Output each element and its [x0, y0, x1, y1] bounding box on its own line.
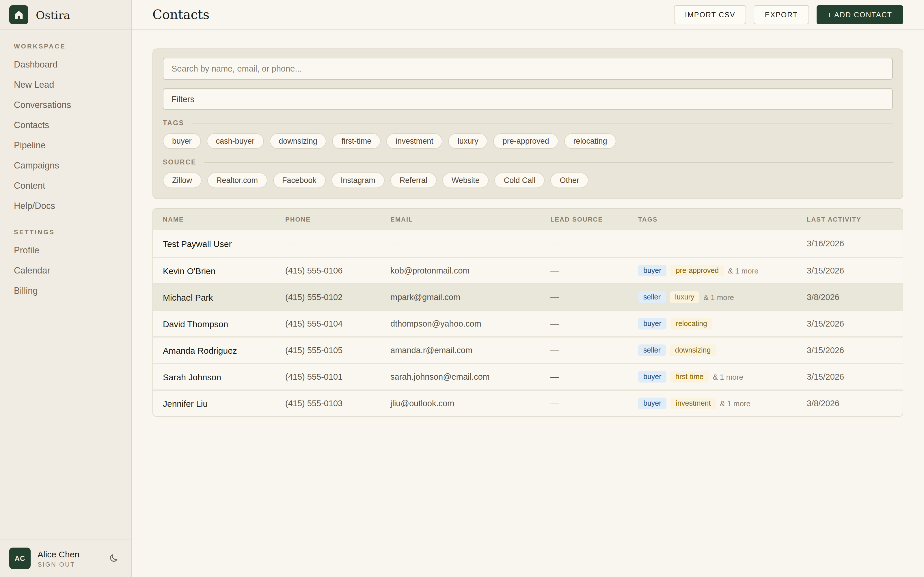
- cell-name: Sarah Johnson: [163, 372, 285, 382]
- cell-last-activity: 3/15/2026: [807, 346, 893, 355]
- user-name: Alice Chen: [37, 549, 102, 559]
- cell-email: jliu@outlook.com: [390, 399, 550, 408]
- cell-name: Kevin O'Brien: [163, 266, 285, 276]
- export-button[interactable]: EXPORT: [754, 5, 809, 24]
- cell-email: amanda.r@email.com: [390, 346, 550, 355]
- tag-chip-investment[interactable]: investment: [386, 133, 443, 149]
- add-contact-button[interactable]: + ADD CONTACT: [816, 5, 903, 24]
- source-chip-zillow[interactable]: Zillow: [163, 172, 201, 188]
- source-label: SOURCE: [163, 159, 196, 166]
- sidebar-item-billing[interactable]: Billing: [14, 285, 117, 296]
- cell-last-activity: 3/16/2026: [807, 239, 893, 248]
- cell-last-activity: 3/15/2026: [807, 372, 893, 381]
- tag-badge: buyer: [638, 398, 667, 409]
- cell-lead-source: —: [550, 399, 638, 408]
- table-row[interactable]: Jennifer Liu(415) 555-0103jliu@outlook.c…: [153, 390, 903, 416]
- table-row[interactable]: Sarah Johnson(415) 555-0101sarah.johnson…: [153, 363, 903, 390]
- source-chip-instagram[interactable]: Instagram: [331, 172, 384, 188]
- cell-last-activity: 3/8/2026: [807, 399, 893, 408]
- cell-lead-source: —: [550, 239, 638, 248]
- source-chip-facebook[interactable]: Facebook: [273, 172, 326, 188]
- page-header: Contacts IMPORT CSV EXPORT + ADD CONTACT: [132, 0, 924, 30]
- cell-phone: (415) 555-0103: [285, 399, 390, 408]
- sidebar-item-profile[interactable]: Profile: [14, 245, 117, 256]
- source-chip-referral[interactable]: Referral: [390, 172, 436, 188]
- cell-email: —: [390, 239, 550, 248]
- source-chip-cold-call[interactable]: Cold Call: [494, 172, 545, 188]
- cell-email: sarah.johnson@email.com: [390, 372, 550, 381]
- sidebar-item-dashboard[interactable]: Dashboard: [14, 60, 117, 70]
- nav-section-label: WORKSPACE: [14, 43, 117, 50]
- tag-badge: investment: [671, 398, 716, 409]
- filters-toggle[interactable]: Filters: [163, 88, 893, 110]
- cell-tags: buyerpre-approved& 1 more: [638, 265, 807, 276]
- tag-chip-first-time[interactable]: first-time: [332, 133, 381, 149]
- column-header: TAGS: [638, 216, 807, 223]
- sidebar-item-calendar[interactable]: Calendar: [14, 266, 117, 276]
- cell-lead-source: —: [550, 372, 638, 381]
- contacts-table: NAMEPHONEEMAILLEAD SOURCETAGSLAST ACTIVI…: [152, 208, 903, 417]
- content: Filters TAGS buyercash-buyerdownsizingfi…: [132, 30, 924, 417]
- source-filter-chips: ZillowRealtor.comFacebookInstagramReferr…: [163, 172, 893, 188]
- cell-name: Michael Park: [163, 292, 285, 302]
- source-chip-other[interactable]: Other: [550, 172, 588, 188]
- tag-chip-luxury[interactable]: luxury: [448, 133, 488, 149]
- moon-icon: [108, 553, 118, 563]
- nav-section-label: SETTINGS: [14, 229, 117, 235]
- sidebar-item-conversations[interactable]: Conversations: [14, 100, 117, 110]
- cell-phone: —: [285, 239, 390, 248]
- sign-out-button[interactable]: SIGN OUT: [37, 561, 102, 567]
- sidebar-item-contacts[interactable]: Contacts: [14, 120, 117, 131]
- table-body: Test Paywall User———3/16/2026Kevin O'Bri…: [153, 230, 903, 416]
- more-tags-label: & 1 more: [703, 293, 734, 301]
- sidebar-item-campaigns[interactable]: Campaigns: [14, 160, 117, 171]
- source-group-label: SOURCE: [163, 159, 893, 166]
- nav-section: WORKSPACEDashboardNew LeadConversationsC…: [14, 43, 117, 211]
- more-tags-label: & 1 more: [720, 399, 750, 408]
- sidebar-item-help-docs[interactable]: Help/Docs: [14, 201, 117, 211]
- tag-chip-cash-buyer[interactable]: cash-buyer: [207, 133, 264, 149]
- cell-tags: sellerdownsizing: [638, 345, 807, 356]
- cell-last-activity: 3/8/2026: [807, 293, 893, 302]
- cell-lead-source: —: [550, 319, 638, 328]
- sidebar-item-new-lead[interactable]: New Lead: [14, 80, 117, 90]
- cell-name: Jennifer Liu: [163, 398, 285, 408]
- more-tags-label: & 1 more: [712, 372, 743, 381]
- cell-tags: buyerinvestment& 1 more: [638, 398, 807, 409]
- table-row[interactable]: David Thompson(415) 555-0104dthompson@ya…: [153, 310, 903, 336]
- table-row[interactable]: Kevin O'Brien(415) 555-0106kob@protonmai…: [153, 257, 903, 283]
- source-chip-website[interactable]: Website: [443, 172, 489, 188]
- column-header: NAME: [163, 216, 285, 223]
- nav-section: SETTINGSProfileCalendarBilling: [14, 229, 117, 296]
- table-header: NAMEPHONEEMAILLEAD SOURCETAGSLAST ACTIVI…: [153, 209, 903, 230]
- page-title: Contacts: [152, 8, 209, 22]
- column-header: LEAD SOURCE: [550, 216, 638, 223]
- source-chip-realtor-com[interactable]: Realtor.com: [207, 172, 267, 188]
- tag-badge: buyer: [638, 371, 667, 382]
- filter-panel: Filters TAGS buyercash-buyerdownsizingfi…: [152, 48, 903, 199]
- tag-chip-downsizing[interactable]: downsizing: [270, 133, 326, 149]
- cell-tags: buyerfirst-time& 1 more: [638, 371, 807, 382]
- table-row[interactable]: Test Paywall User———3/16/2026: [153, 230, 903, 257]
- sidebar-item-pipeline[interactable]: Pipeline: [14, 140, 117, 151]
- avatar: AC: [9, 548, 31, 569]
- tag-chip-buyer[interactable]: buyer: [163, 133, 201, 149]
- main-area: Contacts IMPORT CSV EXPORT + ADD CONTACT…: [132, 0, 924, 577]
- table-row[interactable]: Amanda Rodriguez(415) 555-0105amanda.r@e…: [153, 336, 903, 363]
- tag-chip-pre-approved[interactable]: pre-approved: [493, 133, 559, 149]
- sidebar-item-content[interactable]: Content: [14, 181, 117, 191]
- search-input[interactable]: [163, 58, 893, 80]
- cell-last-activity: 3/15/2026: [807, 319, 893, 328]
- tag-filter-chips: buyercash-buyerdownsizingfirst-timeinves…: [163, 133, 893, 149]
- import-csv-button[interactable]: IMPORT CSV: [674, 5, 746, 24]
- dark-mode-toggle[interactable]: [108, 553, 122, 563]
- more-tags-label: & 1 more: [728, 266, 759, 275]
- cell-email: kob@protonmail.com: [390, 266, 550, 275]
- app-window: Ostira WORKSPACEDashboardNew LeadConvers…: [0, 0, 924, 577]
- brand-name: Ostira: [36, 8, 70, 21]
- cell-name: Amanda Rodriguez: [163, 345, 285, 355]
- cell-tags: buyerrelocating: [638, 318, 807, 329]
- cell-name: Test Paywall User: [163, 239, 285, 248]
- table-row[interactable]: Michael Park(415) 555-0102mpark@gmail.co…: [153, 283, 903, 310]
- tag-chip-relocating[interactable]: relocating: [564, 133, 616, 149]
